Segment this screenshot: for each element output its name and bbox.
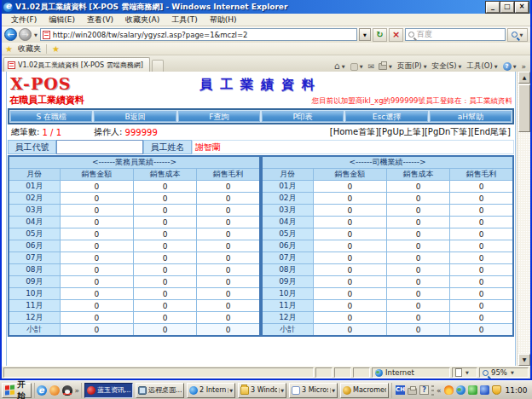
menu-item-file[interactable]: 文件(F) xyxy=(5,14,43,26)
task-button-ie[interactable]: 2 Intern...▼ xyxy=(187,383,235,398)
help-tray-icon[interactable]: ? xyxy=(419,385,429,395)
menu-item-help[interactable]: 帮助(H) xyxy=(204,14,243,26)
value-cell: 0 xyxy=(386,240,449,252)
scroll-up-icon[interactable]: ▲ xyxy=(518,72,530,84)
scroll-down-icon[interactable]: ▼ xyxy=(518,354,530,366)
refresh-button[interactable]: ↻ xyxy=(373,28,387,42)
employee-code-input[interactable] xyxy=(56,140,143,154)
history-dropdown-icon[interactable]: ▼ xyxy=(33,32,38,38)
home-button[interactable]: ⌂▼ xyxy=(334,62,346,71)
task-label: 3 Micros... xyxy=(302,386,328,394)
zoom-pane[interactable]: 95% ▼ xyxy=(479,367,529,378)
value-cell: 0 xyxy=(197,228,260,240)
task-button-lanyu[interactable]: 蓝玉资讯... xyxy=(84,383,133,398)
task-dropdown-icon[interactable]: ▼ xyxy=(279,388,284,393)
qq-icon[interactable] xyxy=(62,385,72,396)
search-go-button[interactable]: ▼ xyxy=(507,28,528,42)
column-header: 銷售金額 xyxy=(60,169,133,181)
value-cell: 0 xyxy=(450,240,513,252)
minimize-button[interactable]: _ xyxy=(486,2,500,13)
quicklaunch-chevron-icon[interactable]: » xyxy=(75,386,80,395)
tab-active[interactable]: V1.02員工業績資料 [X-POS 雲端商務網] xyxy=(3,57,150,72)
task-dropdown-icon[interactable]: ▼ xyxy=(228,388,233,393)
menu-item-edit[interactable]: 编辑(E) xyxy=(43,14,81,26)
lanyu-icon xyxy=(87,386,95,395)
start-button[interactable]: 开始 xyxy=(2,383,32,398)
value-cell: 0 xyxy=(133,240,196,252)
value-cell: 0 xyxy=(133,181,196,193)
tray-handle[interactable] xyxy=(431,385,434,396)
value-cell: 0 xyxy=(197,205,260,217)
month-cell: 02月 xyxy=(262,193,313,205)
value-cell: 0 xyxy=(133,300,196,312)
address-dropdown-button[interactable]: ▼ xyxy=(359,28,371,41)
app-menu-back[interactable]: B返回 xyxy=(94,111,176,122)
zoom-icon xyxy=(483,370,489,376)
printer-tray-icon[interactable] xyxy=(408,388,417,395)
page-zone-pane[interactable]: ▼ xyxy=(452,367,477,378)
ie-quicklaunch-icon[interactable]: e xyxy=(37,385,47,396)
back-button[interactable]: ← xyxy=(4,28,17,41)
shield-tray-icon[interactable] xyxy=(492,385,501,395)
overflow-chevron-icon[interactable]: » xyxy=(521,62,526,71)
app-menu-bar: S 在職檔B返回F查詢P印表Esc選擇aH幫助 xyxy=(8,108,514,124)
clock: 11:00 xyxy=(504,386,531,395)
value-cell: 0 xyxy=(386,312,449,324)
security-menu-button[interactable]: 安全(S)▼ xyxy=(432,61,463,72)
menu-item-view[interactable]: 查看(V) xyxy=(81,14,119,26)
employee-form-row: 員工代號 員工姓名 謝智蘭 xyxy=(8,140,514,154)
month-cell: 01月 xyxy=(262,181,313,193)
close-button[interactable]: × xyxy=(515,2,529,13)
task-dropdown-icon[interactable]: ▼ xyxy=(330,388,335,393)
value-cell: 0 xyxy=(60,240,133,252)
stop-button[interactable]: × xyxy=(389,28,403,42)
task-button-word[interactable]: 3 Micros...▼ xyxy=(289,383,338,398)
blue-tray-icon[interactable] xyxy=(480,385,489,395)
green-tray-icon[interactable] xyxy=(468,385,477,395)
page-menu-button[interactable]: 页面(P)▼ xyxy=(397,61,428,72)
task-button-folder[interactable]: 3 Window...▼ xyxy=(238,383,286,398)
table-row: 01月000 xyxy=(262,181,513,193)
app-menu-help[interactable]: aH幫助 xyxy=(430,111,512,122)
messenger-icon[interactable] xyxy=(49,385,60,396)
feeds-dropdown-icon: ▼ xyxy=(359,64,364,69)
app-menu-active-file[interactable]: S 在職檔 xyxy=(10,111,92,122)
mail-button[interactable]: ✉ xyxy=(368,62,375,71)
feeds-button[interactable]: ▼ xyxy=(350,63,364,71)
app-menu-query[interactable]: F查詢 xyxy=(178,111,260,122)
vertical-scrollbar[interactable]: ▲ ▼ xyxy=(517,72,530,366)
month-cell: 01月 xyxy=(9,181,60,193)
address-input[interactable]: http://win2008/tw/salary/ygyszl.asp?page… xyxy=(40,28,357,41)
task-button-rdp[interactable]: 远程桌面... xyxy=(136,383,184,398)
page-title: 員工業績資料 xyxy=(8,73,514,93)
scrollbar-thumb[interactable] xyxy=(518,84,530,132)
search-options-icon: ▼ xyxy=(519,32,524,38)
table-row: 08月000 xyxy=(9,264,260,276)
flame-tray-icon[interactable] xyxy=(444,385,454,395)
tools-menu-label: 工具(O) xyxy=(466,61,492,72)
tray-chevron-icon[interactable]: « xyxy=(437,386,442,395)
task-button-macromedia[interactable]: Macromed... xyxy=(340,383,389,398)
month-cell: 12月 xyxy=(262,312,313,324)
new-tab-button[interactable] xyxy=(152,60,164,72)
input-language-icon[interactable]: CH xyxy=(396,385,405,395)
page-menu-label: 页面(P) xyxy=(397,61,422,72)
menu-item-favorites[interactable]: 收藏夹(A) xyxy=(119,14,165,26)
maximize-button[interactable]: □ xyxy=(500,2,514,13)
employee-name-value: 謝智蘭 xyxy=(192,140,514,154)
app-menu-esc-select[interactable]: Esc選擇 xyxy=(345,111,427,122)
tools-menu-button[interactable]: 工具(O)▼ xyxy=(466,61,498,72)
forward-button[interactable]: → xyxy=(19,28,32,41)
favorites-star-icon[interactable]: ★ xyxy=(5,44,13,54)
help-button[interactable]: ?▼ xyxy=(503,62,518,71)
page-content: X-POS 員工業績資料 在職員工業績資料 您目前以加盟商ikl_xg的9999… xyxy=(2,72,530,366)
network-tray-icon[interactable] xyxy=(456,385,466,395)
value-cell: 0 xyxy=(450,288,513,300)
app-menu-print[interactable]: P印表 xyxy=(262,111,344,122)
search-input[interactable]: 百度 xyxy=(405,28,506,41)
add-favorite-icon[interactable]: ★ xyxy=(52,44,60,54)
print-button[interactable]: ▼ xyxy=(379,63,393,70)
table-row: 09月000 xyxy=(262,276,513,288)
favorites-label[interactable]: 收藏夹 xyxy=(18,43,41,55)
menu-item-tools[interactable]: 工具(T) xyxy=(165,14,204,26)
